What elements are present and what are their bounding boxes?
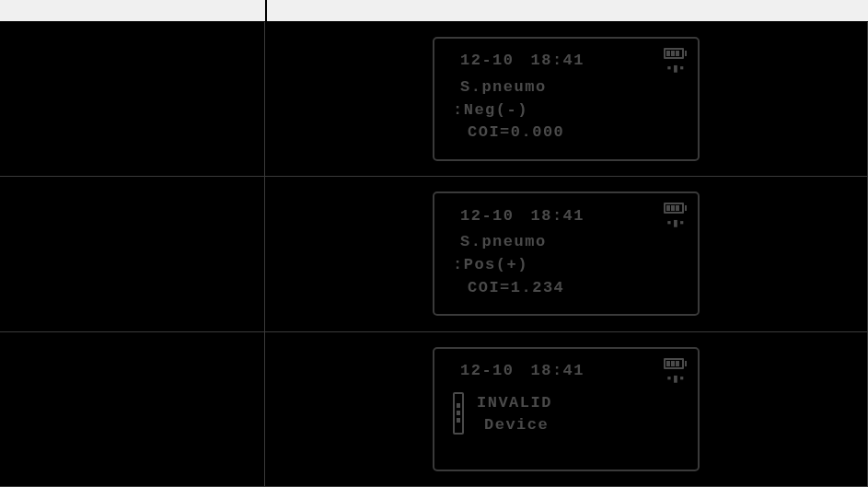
- status-row: 12-10 18:41 ▪▮▪: [460, 358, 687, 385]
- device-screen-negative: 12-10 18:41 ▪▮▪ S.pneumo :Neg(-) COI=0.0…: [433, 37, 700, 161]
- coi-value: COI=1.234: [468, 277, 687, 300]
- date-text: 12-10: [460, 360, 515, 383]
- battery-icon: [664, 358, 687, 369]
- header-divider: [265, 0, 267, 21]
- battery-icon: [664, 48, 687, 59]
- date-text: 12-10: [460, 50, 515, 73]
- results-grid: 12-10 18:41 ▪▮▪ S.pneumo :Neg(-) COI=0.0…: [0, 22, 868, 487]
- time-text: 18:41: [531, 360, 585, 383]
- grid-cell-right-1: 12-10 18:41 ▪▮▪ S.pneumo :Neg(-) COI=0.0…: [265, 22, 868, 177]
- grid-cell-right-2: 12-10 18:41 ▪▮▪ S.pneumo :Pos(+) COI=1.2…: [265, 177, 868, 331]
- sound-icon: ▪▮▪: [665, 217, 684, 229]
- grid-cell-left-1: [0, 22, 265, 177]
- status-row: 12-10 18:41 ▪▮▪: [460, 48, 687, 75]
- status-row: 12-10 18:41 ▪▮▪: [460, 203, 687, 229]
- battery-icon: [664, 203, 687, 214]
- time-text: 18:41: [531, 50, 585, 73]
- test-name: S.pneumo: [460, 231, 687, 254]
- grid-cell-left-2: [0, 177, 265, 331]
- grid-cell-left-3: [0, 332, 265, 487]
- time-text: 18:41: [531, 205, 585, 228]
- cartridge-icon: [453, 392, 464, 435]
- sound-icon: ▪▮▪: [665, 373, 684, 385]
- header-strip: [0, 0, 868, 22]
- coi-value: COI=0.000: [468, 122, 687, 145]
- error-text: INVALID: [477, 392, 552, 415]
- result-value: :Pos(+): [453, 254, 687, 277]
- error-detail: Device: [484, 414, 552, 437]
- grid-cell-right-3: 12-10 18:41 ▪▮▪ INVALID Device: [265, 332, 868, 487]
- device-screen-invalid: 12-10 18:41 ▪▮▪ INVALID Device: [433, 347, 700, 471]
- sound-icon: ▪▮▪: [665, 63, 684, 75]
- test-name: S.pneumo: [460, 76, 687, 99]
- result-value: :Neg(-): [453, 99, 687, 122]
- date-text: 12-10: [460, 205, 515, 228]
- device-screen-positive: 12-10 18:41 ▪▮▪ S.pneumo :Pos(+) COI=1.2…: [433, 191, 700, 316]
